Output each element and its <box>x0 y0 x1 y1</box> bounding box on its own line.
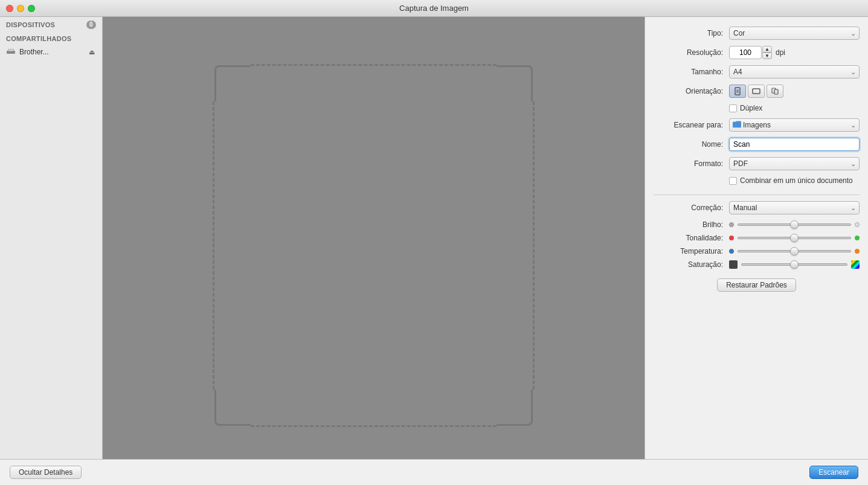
brilho-dot-left <box>729 222 734 227</box>
nome-control <box>729 138 860 151</box>
correcao-row: Correção: Manual Automático Nenhum <box>654 201 860 214</box>
escanear-para-label: Escanear para: <box>654 121 723 129</box>
tamanho-select[interactable]: A4 A3 Letter Legal <box>729 65 860 79</box>
scanner-corner-br <box>497 390 533 426</box>
temperatura-label: Temperatura: <box>654 247 723 255</box>
titlebar: Captura de Imagem <box>0 0 868 17</box>
escanear-para-select[interactable]: Imagens Documentos Área de Trabalho <box>729 118 860 132</box>
orient-portrait-button[interactable] <box>729 85 746 98</box>
resolucao-control: ▲ ▼ dpi <box>729 46 860 59</box>
tonalidade-dot-left <box>729 236 734 240</box>
maximize-button[interactable] <box>28 5 35 12</box>
duplex-checkbox[interactable] <box>729 104 737 112</box>
svg-rect-7 <box>753 89 760 94</box>
resolucao-step-up[interactable]: ▲ <box>762 46 772 53</box>
temperatura-slider[interactable] <box>738 250 851 252</box>
restaurar-button[interactable]: Restaurar Padrões <box>717 278 796 292</box>
resolucao-label: Resolução: <box>654 48 723 57</box>
brilho-slider[interactable] <box>738 223 851 226</box>
window-title: Captura de Imagem <box>399 4 469 13</box>
tipo-select-wrapper: Cor Escala de cinza Preto e Branco <box>729 27 860 40</box>
dpi-unit: dpi <box>776 48 785 57</box>
right-panel: Tipo: Cor Escala de cinza Preto e Branco… <box>645 17 868 459</box>
scanner-dashes-bottom <box>251 425 497 427</box>
orientacao-label: Orientação: <box>654 87 723 95</box>
saturacao-dot-left <box>729 260 738 269</box>
scanner-corner-bl <box>214 390 251 426</box>
formato-select-wrapper: PDF JPEG TIFF PNG <box>729 157 860 170</box>
resolucao-input[interactable] <box>729 46 762 59</box>
window-controls <box>6 5 35 12</box>
tonalidade-slider[interactable] <box>738 237 851 239</box>
saturacao-dot-right <box>851 260 860 269</box>
ocultar-detalhes-button[interactable]: Ocultar Detalhes <box>10 466 82 479</box>
duplex-label: Dúplex <box>740 104 762 112</box>
nome-row: Nome: <box>654 138 860 151</box>
dispositivos-label: DISPOSITIVOS <box>6 21 55 28</box>
preview-area <box>103 17 645 459</box>
brilho-label: Brilho: <box>654 220 723 229</box>
tonalidade-slider-wrapper <box>729 236 860 240</box>
eject-button[interactable]: ⏏ <box>88 48 96 56</box>
tonalidade-row: Tonalidade: <box>654 234 860 242</box>
temperatura-slider-wrapper <box>729 249 860 254</box>
nome-label: Nome: <box>654 140 723 149</box>
resolucao-row: Resolução: ▲ ▼ dpi <box>654 46 860 59</box>
brother-label: Brother... <box>19 48 84 56</box>
orientacao-row: Orientação: <box>654 85 860 98</box>
escanear-para-select-wrapper: Imagens Documentos Área de Trabalho <box>729 118 860 132</box>
app-body: DISPOSITIVOS 0 COMPARTILHADOS Brother...… <box>0 17 868 459</box>
escanear-button[interactable]: Escanear <box>809 466 858 479</box>
svg-rect-9 <box>774 89 778 94</box>
bottom-bar: Ocultar Detalhes Escanear <box>0 459 868 485</box>
saturacao-label: Saturação: <box>654 260 723 269</box>
scanner-corner-tl <box>214 65 251 101</box>
temperatura-dot-right <box>855 249 860 254</box>
combinar-row: Combinar em um único documento <box>729 176 860 185</box>
dispositivos-badge: 0 <box>86 21 96 29</box>
tonalidade-dot-right <box>855 236 860 240</box>
tipo-row: Tipo: Cor Escala de cinza Preto e Branco <box>654 27 860 40</box>
close-button[interactable] <box>6 5 13 12</box>
duplex-row: Dúplex <box>729 104 860 112</box>
sidebar-section-dispositivos: DISPOSITIVOS 0 <box>0 17 102 31</box>
orient-landscape-button[interactable] <box>748 85 765 98</box>
svg-rect-2 <box>8 50 13 51</box>
saturacao-slider-wrapper <box>729 260 860 269</box>
minimize-button[interactable] <box>17 5 24 12</box>
tamanho-label: Tamanho: <box>654 68 723 76</box>
restaurar-row: Restaurar Padrões <box>654 278 860 292</box>
tipo-select[interactable]: Cor Escala de cinza Preto e Branco <box>729 27 860 40</box>
tonalidade-label: Tonalidade: <box>654 234 723 242</box>
temperatura-dot-left <box>729 249 734 254</box>
scanner-dashes-right <box>533 101 535 390</box>
temperatura-row: Temperatura: <box>654 247 860 255</box>
tipo-label: Tipo: <box>654 29 723 37</box>
scanner-dashes-top <box>251 64 497 66</box>
formato-select[interactable]: PDF JPEG TIFF PNG <box>729 157 860 170</box>
tamanho-select-wrapper: A4 A3 Letter Legal <box>729 65 860 79</box>
nome-input[interactable] <box>729 138 860 151</box>
formato-label: Formato: <box>654 159 723 168</box>
compartilhados-label: COMPARTILHADOS <box>6 35 72 42</box>
formato-row: Formato: PDF JPEG TIFF PNG <box>654 157 860 170</box>
resolucao-step-down[interactable]: ▼ <box>762 53 772 59</box>
correcao-select-wrapper: Manual Automático Nenhum <box>729 201 860 214</box>
sidebar-item-brother[interactable]: Brother... ⏏ <box>0 45 102 59</box>
sidebar: DISPOSITIVOS 0 COMPARTILHADOS Brother...… <box>0 17 103 459</box>
tamanho-row: Tamanho: A4 A3 Letter Legal <box>654 65 860 79</box>
resolucao-stepper: ▲ ▼ <box>762 46 772 59</box>
scanner-corner-tr <box>497 65 533 101</box>
escanear-para-row: Escanear para: Imagens Documentos Área d… <box>654 118 860 132</box>
correcao-select[interactable]: Manual Automático Nenhum <box>729 201 860 214</box>
brilho-slider-wrapper <box>729 222 860 227</box>
brilho-dot-right <box>855 222 860 227</box>
saturacao-slider[interactable] <box>741 263 847 266</box>
scanner-dashes-left <box>213 101 214 390</box>
orientacao-group <box>729 85 860 98</box>
scanner-icon <box>6 47 16 57</box>
orient-auto-button[interactable] <box>767 85 783 98</box>
combinar-checkbox[interactable] <box>729 177 737 185</box>
brilho-row: Brilho: <box>654 220 860 229</box>
combinar-label: Combinar em um único documento <box>740 176 853 185</box>
